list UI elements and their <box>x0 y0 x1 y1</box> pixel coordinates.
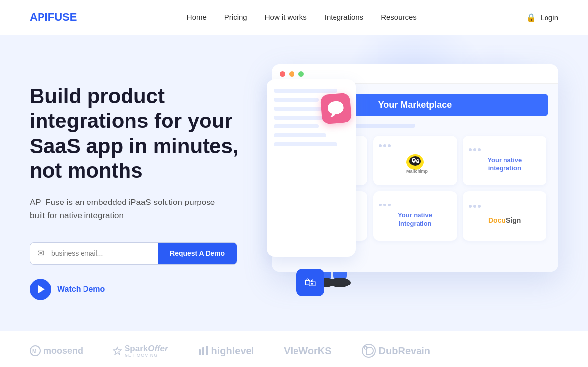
nav-integrations[interactable]: Integrations <box>325 13 363 21</box>
logo-fuse: FUSE <box>48 11 77 23</box>
dot-green <box>298 71 304 77</box>
mailchimp-logo: Mailchimp <box>400 152 430 177</box>
svg-point-23 <box>417 160 418 162</box>
partner-moosend: M moosend <box>30 345 83 356</box>
hero-illustration: 🛍 <box>267 64 558 311</box>
svg-text:Docu: Docu <box>488 216 505 224</box>
side-panel-line-5 <box>274 124 319 128</box>
side-panel-line-3 <box>274 107 326 111</box>
chat-bubble-icon <box>320 92 352 124</box>
partner-dubrevain: DubRevain <box>361 343 430 358</box>
side-panel-line-2 <box>274 98 319 102</box>
svg-text:Sign: Sign <box>506 216 521 224</box>
navbar: APIFUSE Home Pricing How it works Integr… <box>0 0 588 35</box>
svg-rect-30 <box>199 349 201 355</box>
dot-red <box>280 71 285 77</box>
hero-section: Build product integrations for your SaaS… <box>0 35 588 331</box>
side-panel-line-7 <box>274 142 337 146</box>
moosend-icon: M <box>30 345 41 356</box>
card-dots-5 <box>379 204 391 206</box>
logo[interactable]: APIFUSE <box>30 11 77 24</box>
login-button[interactable]: 🔒 Login <box>526 13 558 22</box>
nav-pricing[interactable]: Pricing <box>224 13 247 21</box>
native-card-2[interactable]: Your nativeintegration <box>373 191 457 241</box>
native-label-1: Your nativeintegration <box>487 156 522 173</box>
card-dots-3 <box>469 148 481 151</box>
side-panel-line-6 <box>274 133 326 137</box>
highlevel-icon <box>198 345 209 356</box>
side-panel-line-1 <box>274 89 337 93</box>
watch-demo-link[interactable]: Watch Demo <box>30 279 267 300</box>
hero-subtitle: API Fuse is an embedded iPaaS solution p… <box>30 196 227 222</box>
email-icon: ✉ <box>30 248 51 259</box>
hero-title: Build product integrations for your SaaS… <box>30 84 267 184</box>
nav-home[interactable]: Home <box>187 13 207 21</box>
lock-icon: 🔒 <box>526 13 536 22</box>
email-form: ✉ Request A Demo <box>30 242 237 265</box>
play-button[interactable] <box>30 279 51 300</box>
docusign-logo: Docu Sign <box>487 213 522 227</box>
nav-links: Home Pricing How it works Integrations R… <box>187 13 417 22</box>
request-demo-button[interactable]: Request A Demo <box>158 243 237 264</box>
svg-marker-29 <box>113 347 121 355</box>
mailchimp-card[interactable]: Mailchimp <box>373 136 457 185</box>
native-label-2: Your nativeintegration <box>398 211 432 228</box>
nav-how-it-works[interactable]: How it works <box>265 13 307 21</box>
dubrevain-icon <box>361 343 376 358</box>
watch-demo-label: Watch Demo <box>57 285 105 294</box>
partner-sparkoffer: SparkOffer GET MOVING <box>113 344 168 358</box>
svg-text:M: M <box>32 349 36 354</box>
card-dots-2 <box>379 144 391 147</box>
sparkoffer-icon <box>113 346 122 355</box>
docusign-card[interactable]: Docu Sign <box>463 191 546 241</box>
dot-yellow <box>289 71 294 77</box>
svg-point-21 <box>413 159 415 161</box>
svg-text:Mailchimp: Mailchimp <box>406 169 428 174</box>
email-input[interactable] <box>51 243 158 264</box>
hero-left: Build product integrations for your SaaS… <box>30 64 267 300</box>
partner-vieworks: VIeWorKS <box>284 345 331 357</box>
lock-bag-icon: 🛍 <box>296 269 324 296</box>
svg-point-11 <box>329 278 351 287</box>
partner-highlevel: highlevel <box>198 345 254 357</box>
svg-rect-32 <box>206 346 208 355</box>
svg-rect-31 <box>202 347 204 355</box>
nav-resources[interactable]: Resources <box>381 13 417 21</box>
login-label: Login <box>540 13 558 22</box>
native-card-1[interactable]: Your nativeintegration <box>463 136 546 185</box>
partners-section: M moosend SparkOffer GET MOVING highleve… <box>0 331 588 367</box>
card-dots-6 <box>469 205 481 208</box>
